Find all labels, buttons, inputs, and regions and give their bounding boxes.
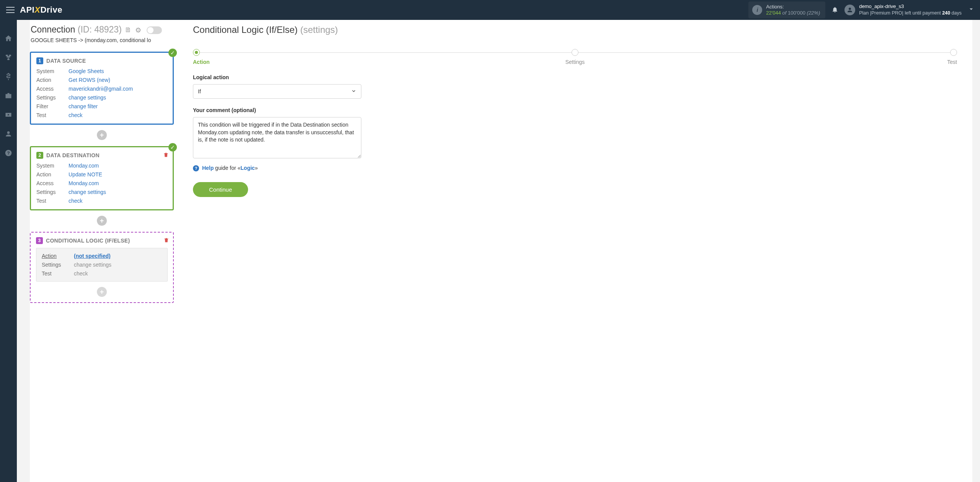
kv-key: Settings [36,94,69,101]
action-unspecified-link[interactable]: (not specified) [74,253,111,259]
actions-limit: 100'000 [788,10,805,16]
menu-toggle[interactable] [6,7,15,13]
kv-key: Settings [42,262,74,268]
help-row: ? Help guide for «Logic» [193,165,957,171]
step-test[interactable]: Test [950,49,957,56]
actions-of: of [781,10,788,16]
avatar-icon [844,5,855,15]
select-value: If [198,88,201,94]
question-icon: ? [193,165,199,171]
block-number: 3 [36,237,43,244]
connection-title: Connection (ID: 48923) 🗎 ⚙ [31,24,173,35]
stepper: Action Settings Test [193,49,957,56]
trash-icon[interactable] [163,152,169,159]
test-link[interactable]: check [69,198,83,204]
action-link[interactable]: Get ROWS (new) [69,77,110,83]
help-link[interactable]: Help [202,165,214,171]
left-rail: ? [0,20,17,482]
logo-x: X [34,5,40,15]
trash-icon[interactable] [163,237,169,244]
test-link[interactable]: check [69,112,83,118]
add-block-button[interactable]: + [97,216,107,226]
actions-label: Actions: [766,4,820,10]
svg-text:?: ? [7,150,10,155]
add-block-button[interactable]: + [97,130,107,140]
plan-line: Plan |Premium PRO| left until payment 24… [859,10,962,16]
logical-action-select[interactable]: If [193,84,361,99]
connection-path: GOOGLE SHEETS -> (monday.com, conditiona… [31,37,173,43]
step-action[interactable]: Action [193,49,200,56]
document-icon[interactable]: 🗎 [125,26,132,34]
logical-action-label: Logical action [193,74,957,80]
data-source-block[interactable]: ✓ 1 DATA SOURCE SystemGoogle Sheets Acti… [30,52,174,125]
gear-icon[interactable]: ⚙ [135,26,141,34]
add-inner-button[interactable]: + [97,287,107,297]
comment-textarea[interactable] [193,117,361,158]
user-icon[interactable] [5,130,12,138]
kv-key: Access [36,86,69,92]
access-link[interactable]: maverickandrii@gmail.com [69,86,133,92]
logo-api: API [20,5,34,15]
user-name: demo_apix-drive_s3 [859,3,962,10]
block-number: 2 [36,152,43,159]
kv-key: Action [36,77,69,83]
help-logic-link[interactable]: Logic [240,165,255,171]
system-link[interactable]: Google Sheets [69,68,104,74]
chevron-down-icon [351,88,356,95]
actions-pct: (22%) [805,10,820,16]
kv-key: Access [36,180,69,186]
kv-key: Test [36,198,69,204]
comment-label: Your comment (optional) [193,107,957,113]
brand-logo: APIXDrive [20,5,62,15]
data-destination-block[interactable]: ✓ 2 DATA DESTINATION SystemMonday.com Ac… [30,146,174,210]
connection-toggle[interactable] [147,26,162,34]
connection-id: (ID: 48923) [78,24,122,34]
system-link[interactable]: Monday.com [69,163,99,169]
kv-key: Action [42,253,74,259]
youtube-icon[interactable] [5,111,12,119]
check-icon: ✓ [168,49,177,57]
actions-count: 22'044 [766,10,781,16]
block-number: 1 [36,57,43,64]
conditional-logic-block[interactable]: 3 CONDITIONAL LOGIC (IF/ELSE) Action(not… [30,232,174,303]
kv-key: Settings [36,189,69,195]
page-title: Conditional Logic (If/Else) (settings) [193,24,957,35]
test-disabled: check [74,270,162,277]
block-title-text: CONDITIONAL LOGIC (IF/ELSE) [46,238,130,244]
actions-counter[interactable]: i Actions: 22'044 of 100'000 (22%) [748,2,825,19]
filter-link[interactable]: change filter [69,103,98,109]
settings-disabled: change settings [74,262,162,268]
block-title-text: DATA DESTINATION [46,152,100,158]
check-icon: ✓ [168,143,177,151]
kv-key: Action [36,171,69,177]
settings-link[interactable]: change settings [69,189,106,195]
bell-icon[interactable] [831,6,838,14]
action-link[interactable]: Update NOTE [69,171,102,177]
home-icon[interactable] [5,34,12,42]
kv-key: Filter [36,103,69,109]
sitemap-icon[interactable] [5,54,12,61]
logo-drive: Drive [40,5,62,15]
block-title-text: DATA SOURCE [46,58,86,64]
info-icon: i [752,5,762,15]
user-menu[interactable]: demo_apix-drive_s3 Plan |Premium PRO| le… [844,3,974,16]
settings-link[interactable]: change settings [69,94,106,101]
continue-button[interactable]: Continue [193,182,248,197]
dollar-icon[interactable] [5,73,12,80]
access-link[interactable]: Monday.com [69,180,99,186]
briefcase-icon[interactable] [5,92,12,99]
kv-key: System [36,68,69,74]
kv-key: Test [36,112,69,118]
chevron-down-icon [969,7,974,13]
step-settings[interactable]: Settings [572,49,578,56]
kv-key: Test [42,270,74,277]
kv-key: System [36,163,69,169]
help-icon[interactable]: ? [5,149,12,157]
